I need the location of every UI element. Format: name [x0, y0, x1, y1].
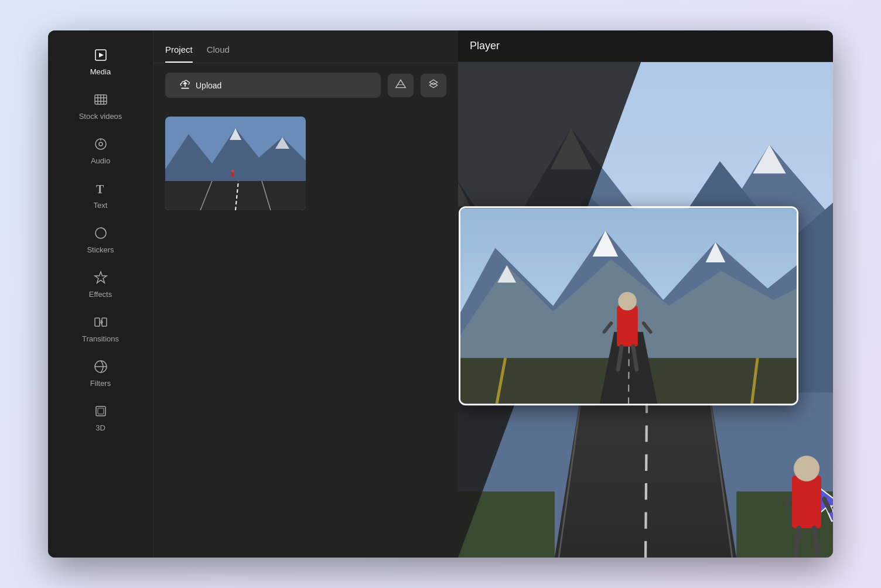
upload-icon — [179, 78, 191, 92]
svg-rect-68 — [792, 476, 821, 528]
main-content: Project Cloud Upload — [153, 30, 833, 558]
sidebar-item-label: Stock videos — [79, 112, 122, 121]
svg-point-60 — [618, 292, 637, 310]
player-title: Player — [470, 40, 500, 52]
dropbox-button[interactable] — [421, 74, 446, 97]
stock-videos-icon — [94, 93, 108, 108]
svg-marker-21 — [429, 80, 437, 84]
svg-marker-20 — [398, 80, 404, 84]
media-panel: Project Cloud Upload — [153, 30, 458, 558]
svg-point-9 — [99, 142, 103, 146]
sidebar-item-transitions[interactable]: Transitions — [48, 308, 153, 350]
sidebar-item-label: Text — [94, 201, 108, 210]
player-area: Player — [458, 30, 833, 558]
transitions-icon — [94, 315, 108, 331]
player-header: Player — [458, 30, 833, 62]
tab-cloud[interactable]: Cloud — [207, 40, 230, 63]
media-thumbnail[interactable] — [165, 117, 306, 210]
svg-rect-43 — [458, 491, 555, 558]
svg-rect-14 — [95, 318, 100, 326]
video-popup — [459, 206, 798, 405]
tabs-bar: Project Cloud — [153, 30, 458, 63]
filters-icon — [94, 360, 108, 375]
svg-line-71 — [824, 499, 830, 511]
svg-rect-17 — [96, 406, 105, 416]
3d-icon — [94, 404, 108, 420]
media-toolbar: Upload — [153, 63, 458, 107]
svg-line-73 — [814, 528, 818, 555]
sidebar-item-label: Stickers — [87, 245, 114, 254]
svg-point-30 — [231, 170, 234, 173]
sidebar-item-label: Audio — [91, 156, 110, 165]
sidebar-item-label: Media — [90, 67, 111, 76]
sidebar-item-media[interactable]: Media — [48, 41, 153, 83]
sidebar-item-3d[interactable]: 3D — [48, 397, 153, 439]
svg-rect-27 — [165, 181, 306, 210]
gdrive-icon — [395, 78, 407, 93]
svg-marker-1 — [99, 53, 104, 57]
stickers-icon — [94, 226, 108, 242]
svg-marker-13 — [95, 272, 107, 283]
app-window: Media Stock videos — [48, 30, 833, 558]
sidebar-item-stickers[interactable]: Stickers — [48, 219, 153, 261]
sidebar-item-effects[interactable]: Effects — [48, 264, 153, 306]
media-icon — [94, 48, 108, 64]
sidebar-item-text[interactable]: T Text — [48, 175, 153, 217]
svg-rect-59 — [617, 306, 638, 346]
player-canvas — [458, 62, 833, 558]
upload-button[interactable]: Upload — [165, 73, 381, 98]
svg-text:T: T — [96, 183, 104, 196]
svg-rect-29 — [231, 172, 234, 177]
media-grid — [153, 107, 458, 220]
tab-project[interactable]: Project — [165, 40, 193, 63]
sidebar-item-label: Effects — [89, 290, 112, 299]
svg-rect-18 — [98, 408, 104, 414]
sidebar-item-label: 3D — [95, 423, 105, 432]
sidebar-item-stock-videos[interactable]: Stock videos — [48, 86, 153, 128]
sidebar-item-audio[interactable]: Audio — [48, 130, 153, 172]
sidebar: Media Stock videos — [48, 30, 153, 558]
sidebar-item-label: Transitions — [82, 334, 119, 343]
text-icon: T — [94, 182, 108, 197]
audio-icon — [94, 137, 108, 153]
effects-icon — [94, 271, 108, 286]
svg-marker-22 — [429, 83, 437, 87]
upload-label: Upload — [196, 81, 221, 90]
svg-point-69 — [794, 456, 819, 481]
gdrive-button[interactable] — [388, 74, 414, 97]
top-area: Project Cloud Upload — [153, 30, 833, 558]
svg-line-72 — [795, 528, 799, 555]
svg-marker-19 — [396, 80, 406, 87]
sidebar-item-filters[interactable]: Filters — [48, 353, 153, 395]
sidebar-item-label: Filters — [90, 379, 111, 388]
svg-line-70 — [786, 499, 789, 511]
dropbox-icon — [428, 78, 439, 93]
